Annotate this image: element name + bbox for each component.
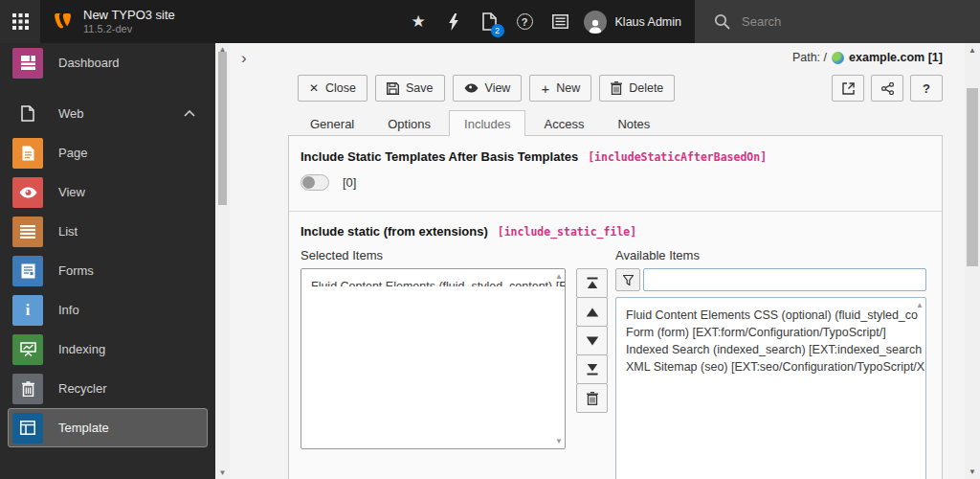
topbar: New TYPO3 site 11.5.2-dev ★ 2 ? xyxy=(0,0,980,43)
field-label: Include static (from extensions) xyxy=(301,224,488,239)
sidebar-item-label: Info xyxy=(58,303,207,317)
move-bottom-icon xyxy=(586,363,599,376)
sidebar-item-view[interactable]: View xyxy=(8,172,208,212)
module-menu-button[interactable] xyxy=(0,0,40,43)
trash-icon xyxy=(587,392,598,405)
new-button[interactable]: + New xyxy=(529,75,591,102)
filter-icon xyxy=(623,275,634,285)
tab-panel-includes: Include Static Templates After Basis Tem… xyxy=(288,135,943,479)
tab-general[interactable]: General xyxy=(295,110,369,136)
sidebar-item-label: View xyxy=(58,185,207,199)
section-include-static: Include static (from extensions) [includ… xyxy=(289,212,942,479)
open-in-new-window-button[interactable] xyxy=(832,75,864,102)
docheader-toolbar: ✕ Close Save View + N xyxy=(230,75,965,102)
search-panel[interactable] xyxy=(695,0,980,43)
selected-items-list[interactable]: Fluid Content Elements (fluid_styled_con… xyxy=(301,268,566,449)
docheader-help-button[interactable]: ? xyxy=(910,75,943,102)
list-item[interactable]: Fluid Content Elements (fluid_styled_con… xyxy=(301,269,565,286)
sidebar-item-indexing[interactable]: Indexing xyxy=(8,330,208,369)
clear-cache-button[interactable] xyxy=(436,0,472,43)
content-scrollbar-thumb[interactable] xyxy=(967,88,978,266)
log-list-icon xyxy=(552,14,568,29)
view-button[interactable]: View xyxy=(453,75,523,102)
remove-item-button[interactable] xyxy=(576,383,608,413)
eye-icon xyxy=(12,177,43,208)
delete-button[interactable]: Delete xyxy=(599,75,675,102)
list-icon xyxy=(12,217,43,247)
sidebar-item-recycler[interactable]: Recycler xyxy=(8,369,208,408)
tab-notes[interactable]: Notes xyxy=(602,110,665,136)
scroll-up-icon[interactable]: ▲ xyxy=(555,272,563,281)
scroll-down-icon[interactable]: ▼ xyxy=(965,468,980,476)
view-button-label: View xyxy=(485,81,511,95)
indexing-icon xyxy=(12,334,43,365)
available-items-list[interactable]: Fluid Content Elements CSS (optional) (f… xyxy=(615,297,926,479)
list-item[interactable]: Indexed Search (indexed_search) [EXT:ind… xyxy=(616,341,925,358)
sidebar-item-label: Dashboard xyxy=(58,56,207,70)
sidebar-item-list[interactable]: List xyxy=(8,212,208,251)
toggle-knob xyxy=(302,176,315,189)
info-icon: i xyxy=(12,295,43,326)
arrow-up-icon xyxy=(586,308,599,317)
filter-button[interactable] xyxy=(615,268,640,291)
field-label: Include Static Templates After Basis Tem… xyxy=(301,149,578,164)
sidebar-group-web[interactable]: Web xyxy=(8,94,208,133)
tab-options[interactable]: Options xyxy=(372,110,446,136)
systemlog-button[interactable] xyxy=(543,0,578,43)
scroll-down-icon[interactable]: ▼ xyxy=(215,468,230,477)
content-scrollbar[interactable]: ▲ ▼ xyxy=(965,43,980,479)
web-icon xyxy=(12,99,43,129)
share-button[interactable] xyxy=(871,75,903,102)
help-button[interactable]: ? xyxy=(507,0,543,43)
navigation-expand-icon[interactable]: › xyxy=(241,49,247,68)
scroll-up-icon[interactable]: ▲ xyxy=(916,301,924,309)
move-to-bottom-button[interactable] xyxy=(576,354,608,384)
eye-icon xyxy=(464,83,479,93)
field-code: [include_static_file] xyxy=(498,225,636,239)
sidebar-item-label: Indexing xyxy=(58,342,207,356)
save-button[interactable]: Save xyxy=(375,75,445,102)
user-name: Klaus Admin xyxy=(615,15,681,29)
list-item[interactable]: Form (form) [EXT:form/Configuration/Typo… xyxy=(616,324,925,341)
chevron-up-icon xyxy=(184,110,195,117)
site-version: 11.5.2-dev xyxy=(83,23,175,36)
field-code: [includeStaticAfterBasedOn] xyxy=(588,150,767,164)
close-button[interactable]: ✕ Close xyxy=(298,75,368,102)
move-to-top-button[interactable] xyxy=(576,268,608,298)
user-menu[interactable]: Klaus Admin xyxy=(578,11,695,34)
new-button-label: New xyxy=(556,81,580,95)
opendocs-button[interactable]: 2 xyxy=(472,0,507,43)
delete-button-label: Delete xyxy=(629,81,663,95)
list-item[interactable]: Fluid Content Elements CSS (optional) (f… xyxy=(616,307,925,324)
selected-items-label: Selected Items xyxy=(301,248,566,265)
sidebar-item-page[interactable]: Page xyxy=(8,133,208,172)
sidebar-scrollbar[interactable]: ▲ ▼ xyxy=(215,43,230,479)
forms-icon xyxy=(12,256,43,286)
bookmark-button[interactable]: ★ xyxy=(401,0,436,43)
tab-access[interactable]: Access xyxy=(528,110,599,136)
list-item[interactable]: XML Sitemap (seo) [EXT:seo/Configuration… xyxy=(616,358,925,376)
save-button-label: Save xyxy=(406,81,434,95)
available-items-label: Available Items xyxy=(615,248,926,265)
toggle-switch[interactable] xyxy=(301,174,329,191)
search-input[interactable] xyxy=(742,14,933,29)
sidebar-item-forms[interactable]: Forms xyxy=(8,251,208,290)
move-down-button[interactable] xyxy=(576,326,608,355)
site-title: New TYPO3 site xyxy=(83,8,175,23)
sidebar-item-template[interactable]: Template xyxy=(8,408,208,447)
sidebar-scrollbar-thumb[interactable] xyxy=(218,52,227,205)
close-button-label: Close xyxy=(325,81,356,95)
tab-includes[interactable]: Includes xyxy=(449,110,525,136)
topbar-tools: ★ 2 ? xyxy=(401,0,695,43)
path-site[interactable]: example.com [1] xyxy=(849,51,943,64)
sidebar-item-info[interactable]: i Info xyxy=(8,290,208,330)
sidebar-item-dashboard[interactable]: Dashboard xyxy=(8,43,208,82)
brand[interactable]: New TYPO3 site 11.5.2-dev xyxy=(40,8,175,36)
grid-icon xyxy=(12,13,29,30)
filter-input[interactable] xyxy=(643,268,926,291)
star-icon: ★ xyxy=(411,11,425,32)
scroll-down-icon[interactable]: ▼ xyxy=(555,437,563,445)
move-up-button[interactable] xyxy=(576,297,608,327)
scroll-up-icon[interactable]: ▲ xyxy=(965,46,980,55)
arrow-down-icon xyxy=(586,336,599,346)
